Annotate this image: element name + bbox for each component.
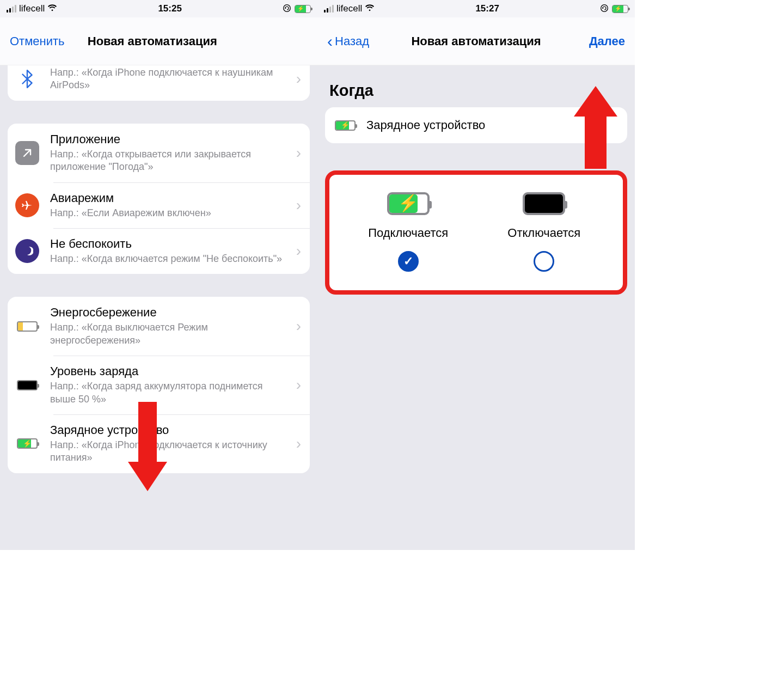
battery-low-icon xyxy=(15,314,39,338)
battery-charging-icon: ⚡ xyxy=(335,120,356,131)
row-lowpower[interactable]: Энергосбережение Напр.: «Когда выключает… xyxy=(8,297,310,356)
option-connects[interactable]: ⚡ Подключается ✓ xyxy=(340,192,476,272)
cell-signal-icon xyxy=(7,5,16,13)
carrier-label: lifecell xyxy=(336,3,362,14)
option-disconnects[interactable]: Отключается xyxy=(476,192,612,272)
battery-charging-icon: ⚡ xyxy=(387,192,430,215)
wifi-icon xyxy=(365,4,375,14)
radio-selected[interactable]: ✓ xyxy=(398,251,419,272)
row-subtitle: Напр.: «Когда iPhone подключается к исто… xyxy=(50,439,290,464)
bluetooth-icon xyxy=(15,67,39,91)
back-button[interactable]: ‹ Назад xyxy=(327,33,369,50)
battery-charging-icon: ⚡ xyxy=(612,5,628,13)
row-level[interactable]: Уровень заряда Напр.: «Когда заряд аккум… xyxy=(8,356,310,414)
status-time: 15:25 xyxy=(158,3,181,14)
chevron-right-icon: › xyxy=(296,144,301,162)
row-airplane[interactable]: Авиарежим Напр.: «Если Авиарежим включен… xyxy=(8,182,310,228)
rotation-lock-icon xyxy=(600,4,609,14)
nav-bar: Отменить Новая автоматизация xyxy=(0,17,317,65)
row-subtitle: Напр.: «Если Авиарежим включен» xyxy=(50,207,290,219)
chevron-right-icon: › xyxy=(296,376,301,394)
chevron-right-icon: › xyxy=(296,242,301,260)
row-subtitle: Напр.: «Когда включается режим "Не беспо… xyxy=(50,253,290,265)
chevron-left-icon: ‹ xyxy=(327,33,333,50)
row-app[interactable]: Приложение Напр.: «Когда открывается или… xyxy=(8,124,310,182)
row-dnd[interactable]: Не беспокоить Напр.: «Когда включается р… xyxy=(8,228,310,274)
row-subtitle: Напр.: «Когда открывается или закрываетс… xyxy=(50,148,290,174)
status-time: 15:27 xyxy=(475,3,499,14)
row-title: Зарядное устройство xyxy=(50,423,290,437)
nav-bar: ‹ Назад Новая автоматизация Далее xyxy=(317,17,635,65)
cancel-button[interactable]: Отменить xyxy=(10,34,65,48)
page-title: Новая автоматизация xyxy=(88,34,217,48)
status-bar: lifecell 15:27 ⚡ xyxy=(317,0,635,17)
chevron-right-icon: › xyxy=(296,197,301,214)
row-title: Уровень заряда xyxy=(50,364,290,378)
screenshot-left: lifecell 15:25 ⚡ Отменить Новая автомати… xyxy=(0,0,317,550)
option-label: Отключается xyxy=(507,226,580,240)
status-bar: lifecell 15:25 ⚡ xyxy=(0,0,317,17)
battery-charging-icon: ⚡ xyxy=(295,5,311,13)
battery-full-icon xyxy=(15,373,39,397)
chevron-right-icon: › xyxy=(296,317,301,335)
next-button[interactable]: Далее xyxy=(589,34,625,48)
wifi-icon xyxy=(47,4,57,14)
row-title: Авиарежим xyxy=(50,191,290,205)
rotation-lock-icon xyxy=(283,4,291,14)
trigger-card-group-3: Энергосбережение Напр.: «Когда выключает… xyxy=(8,297,310,473)
row-subtitle: Напр.: «Когда iPhone подключается к науш… xyxy=(50,66,290,92)
trigger-card-bluetooth: Напр.: «Когда iPhone подключается к науш… xyxy=(8,65,310,101)
chevron-right-icon: › xyxy=(296,70,301,88)
row-title: Не беспокоить xyxy=(50,237,290,251)
airplane-icon xyxy=(15,193,39,217)
options-card: ⚡ Подключается ✓ Отключается xyxy=(325,170,627,295)
battery-charging-icon: ⚡ xyxy=(15,432,39,456)
moon-icon xyxy=(15,239,39,263)
radio-unselected[interactable] xyxy=(534,251,554,272)
screenshot-right: lifecell 15:27 ⚡ ‹ Назад Новая автоматиз… xyxy=(317,0,635,550)
trigger-name: Зарядное устройство xyxy=(366,118,485,132)
row-title: Приложение xyxy=(50,132,290,146)
back-label: Назад xyxy=(335,34,369,48)
battery-full-icon xyxy=(523,192,565,215)
page-title: Новая автоматизация xyxy=(411,34,541,48)
row-title: Энергосбережение xyxy=(50,305,290,320)
svg-point-1 xyxy=(601,4,608,11)
app-open-icon xyxy=(15,141,39,165)
option-label: Подключается xyxy=(368,226,448,240)
cell-signal-icon xyxy=(324,5,334,13)
carrier-label: lifecell xyxy=(19,3,45,14)
chevron-right-icon: › xyxy=(296,435,301,453)
trigger-card-group-2: Приложение Напр.: «Когда открывается или… xyxy=(8,124,310,274)
row-subtitle: Напр.: «Когда заряд аккумулятора подниме… xyxy=(50,380,290,406)
row-subtitle: Напр.: «Когда выключается Режим энергосб… xyxy=(50,321,290,347)
